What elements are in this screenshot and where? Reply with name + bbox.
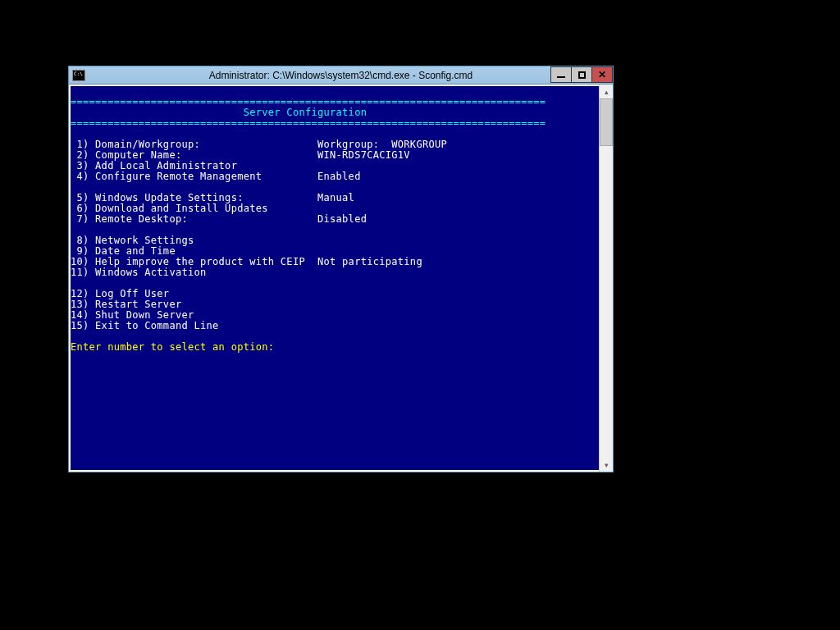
- maximize-button[interactable]: [571, 66, 592, 83]
- close-button[interactable]: ✕: [591, 66, 613, 83]
- minimize-button[interactable]: [550, 66, 572, 83]
- cmd-icon: [72, 70, 85, 81]
- cmd-window: Administrator: C:\Windows\system32\cmd.e…: [68, 66, 614, 472]
- client-area: ========================================…: [69, 84, 613, 472]
- scrollbar-track[interactable]: [600, 98, 613, 458]
- titlebar[interactable]: Administrator: C:\Windows\system32\cmd.e…: [69, 66, 613, 84]
- window-controls: ✕: [551, 66, 613, 83]
- scroll-down-arrow[interactable]: ▾: [600, 458, 613, 472]
- terminal-output[interactable]: ========================================…: [69, 84, 599, 472]
- minimize-icon: [557, 76, 565, 78]
- maximize-icon: [578, 71, 586, 79]
- vertical-scrollbar[interactable]: ▴ ▾: [599, 84, 613, 472]
- close-icon: ✕: [598, 70, 606, 80]
- window-title: Administrator: C:\Windows\system32\cmd.e…: [209, 70, 472, 81]
- scroll-up-arrow[interactable]: ▴: [600, 84, 613, 98]
- scrollbar-thumb[interactable]: [600, 98, 613, 146]
